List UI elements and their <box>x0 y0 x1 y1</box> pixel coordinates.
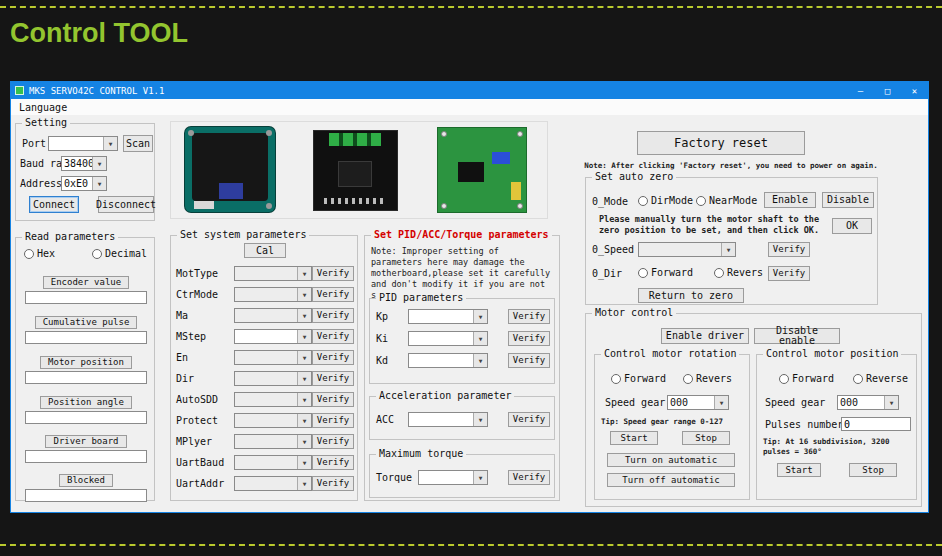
mplyer-combobox[interactable] <box>234 434 312 449</box>
address-combobox[interactable]: 0xE0 <box>61 176 107 191</box>
driver-board-button[interactable]: Driver board <box>45 435 126 448</box>
maximize-button[interactable]: □ <box>874 82 901 99</box>
uartaddr-combobox[interactable] <box>234 476 312 491</box>
acc-combobox[interactable] <box>408 412 488 427</box>
dir-combobox[interactable] <box>234 371 312 386</box>
app-window: MKS SERVO42C CONTROL V1.1 — □ ✕ Language… <box>10 81 929 513</box>
mottype-combobox[interactable] <box>234 266 312 281</box>
autosdd-combobox[interactable] <box>234 392 312 407</box>
position-stop-button[interactable]: Stop <box>849 463 897 477</box>
zero-mode-label: 0_Mode <box>592 196 628 207</box>
torque-verify-button[interactable]: Verify <box>508 470 550 485</box>
mstep-combobox[interactable] <box>234 329 312 344</box>
en-combobox[interactable] <box>234 350 312 365</box>
position-angle-button[interactable]: Position angle <box>40 396 132 409</box>
zero-forward-radio[interactable]: Forward <box>638 267 693 278</box>
kp-verify-button[interactable]: Verify <box>508 309 550 324</box>
motor-position-button[interactable]: Motor position <box>40 356 132 369</box>
motor-position-field[interactable] <box>25 371 147 384</box>
position-speed-gear-combobox[interactable]: 000 <box>837 395 899 410</box>
rotation-speed-gear-combobox[interactable]: 000 <box>667 395 729 410</box>
turn-on-automatic-button[interactable]: Turn on automatic <box>607 453 735 467</box>
acc-verify-button[interactable]: Verify <box>508 412 550 427</box>
kd-combobox[interactable] <box>408 353 488 368</box>
nearmode-radio[interactable]: NearMode <box>696 195 757 206</box>
zero-disable-button[interactable]: Disable <box>822 192 874 208</box>
torque-combobox[interactable] <box>418 470 488 485</box>
rotation-speed-gear-label: Speed gear <box>605 397 665 408</box>
acceleration-title: Acceleration parameter <box>376 390 514 401</box>
address-label: Address <box>20 178 62 189</box>
position-reverse-radio[interactable]: Reverse <box>853 373 908 384</box>
decimal-radio[interactable]: Decimal <box>92 248 147 259</box>
blocked-field[interactable] <box>25 489 147 502</box>
blocked-pair: Blocked <box>21 468 151 502</box>
kd-verify-button[interactable]: Verify <box>508 353 550 368</box>
position-start-button[interactable]: Start <box>777 463 821 477</box>
baud-rate-combobox[interactable]: 38400 <box>61 156 107 171</box>
motor-position-pair: Motor position <box>21 350 151 384</box>
port-combobox[interactable] <box>48 136 118 151</box>
uartaddr-verify-button[interactable]: Verify <box>312 476 354 491</box>
protect-verify-button[interactable]: Verify <box>312 413 354 428</box>
disable-enable-button[interactable]: Disable enable <box>754 328 840 344</box>
mottype-verify-button[interactable]: Verify <box>312 266 354 281</box>
title-bar: MKS SERVO42C CONTROL V1.1 — □ ✕ <box>11 82 928 99</box>
return-to-zero-button[interactable]: Return to zero <box>638 288 744 303</box>
zero-ok-button[interactable]: OK <box>832 218 872 234</box>
scan-button[interactable]: Scan <box>123 135 153 152</box>
driver-board-field[interactable] <box>25 450 147 463</box>
uartbaud-combobox[interactable] <box>234 455 312 470</box>
zero-speed-combobox[interactable] <box>638 242 736 257</box>
position-forward-radio[interactable]: Forward <box>779 373 834 384</box>
connect-button[interactable]: Connect <box>29 196 79 213</box>
system-parameters-group: Set system parameters Cal MotType Verify… <box>170 235 358 501</box>
auto-zero-instruction: Please manually turn the motor shaft to … <box>590 214 828 235</box>
mplyer-verify-button[interactable]: Verify <box>312 434 354 449</box>
position-angle-field[interactable] <box>25 411 147 424</box>
ki-verify-button[interactable]: Verify <box>508 331 550 346</box>
read-parameters-title: Read parameters <box>22 231 118 242</box>
menu-language[interactable]: Language <box>13 102 73 113</box>
mstep-verify-button[interactable]: Verify <box>312 329 354 344</box>
disconnect-button[interactable]: Disconnect <box>98 196 154 213</box>
turn-off-automatic-button[interactable]: Turn off automatic <box>607 473 735 487</box>
param-row-protect: Protect Verify <box>176 413 353 428</box>
pulses-number-field[interactable] <box>841 417 911 431</box>
ki-combobox[interactable] <box>408 331 488 346</box>
rotation-stop-button[interactable]: Stop <box>682 431 730 445</box>
protect-combobox[interactable] <box>234 413 312 428</box>
close-button[interactable]: ✕ <box>901 82 928 99</box>
blocked-button[interactable]: Blocked <box>59 474 113 487</box>
uartbaud-verify-button[interactable]: Verify <box>312 455 354 470</box>
dirmode-radio[interactable]: DirMode <box>638 195 693 206</box>
zero-speed-verify-button[interactable]: Verify <box>768 242 810 257</box>
en-verify-button[interactable]: Verify <box>312 350 354 365</box>
menu-bar: Language <box>11 99 928 116</box>
encoder-value-button[interactable]: Encoder value <box>43 276 129 289</box>
kp-combobox[interactable] <box>408 309 488 324</box>
autosdd-verify-button[interactable]: Verify <box>312 392 354 407</box>
ctrmode-combobox[interactable] <box>234 287 312 302</box>
enable-driver-button[interactable]: Enable driver <box>661 328 749 344</box>
cal-button[interactable]: Cal <box>244 243 286 258</box>
zero-revers-radio[interactable]: Revers <box>714 267 763 278</box>
acc-row: ACC Verify <box>376 412 550 427</box>
dir-verify-button[interactable]: Verify <box>312 371 354 386</box>
window-title: MKS SERVO42C CONTROL V1.1 <box>29 86 164 96</box>
minimize-button[interactable]: — <box>847 82 874 99</box>
ma-combobox[interactable] <box>234 308 312 323</box>
hex-radio[interactable]: Hex <box>24 248 55 259</box>
factory-reset-button[interactable]: Factory reset <box>637 131 805 155</box>
cumulative-pulse-button[interactable]: Cumulative pulse <box>35 316 138 329</box>
ctrmode-verify-button[interactable]: Verify <box>312 287 354 302</box>
param-row-dir: Dir Verify <box>176 371 353 386</box>
ma-verify-button[interactable]: Verify <box>312 308 354 323</box>
rotation-revers-radio[interactable]: Revers <box>683 373 732 384</box>
rotation-forward-radio[interactable]: Forward <box>611 373 666 384</box>
zero-dir-verify-button[interactable]: Verify <box>768 266 810 281</box>
rotation-start-button[interactable]: Start <box>610 431 658 445</box>
encoder-value-field[interactable] <box>25 291 147 304</box>
zero-enable-button[interactable]: Enable <box>764 192 816 208</box>
cumulative-pulse-field[interactable] <box>25 331 147 344</box>
